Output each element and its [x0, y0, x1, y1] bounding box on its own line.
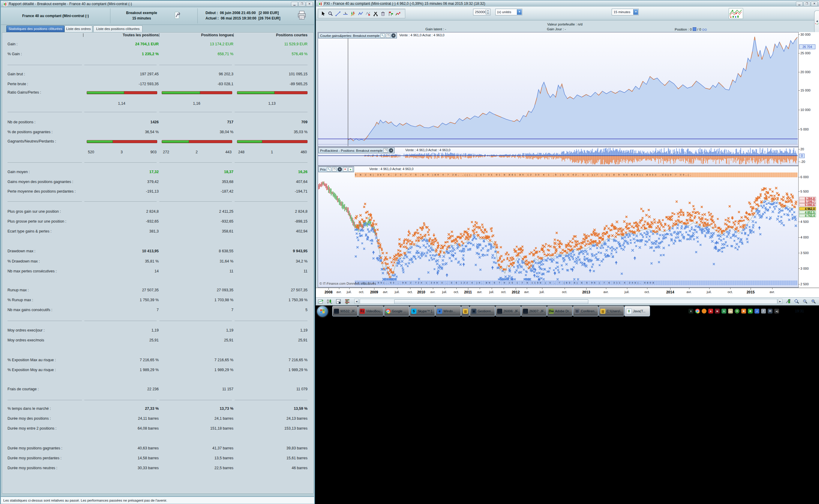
skype-icon: S	[411, 309, 416, 314]
close-icon[interactable]: ✕	[337, 167, 342, 172]
x-tick-label: avr.	[336, 290, 342, 294]
x-tick-label: 2015	[747, 290, 755, 294]
scrollbar-thumb[interactable]	[394, 299, 588, 304]
taskbar-button[interactable]: ▣Gestionn...	[470, 306, 495, 316]
price-level-label: 5 090,6	[799, 203, 816, 206]
right-monitor: PXI - France 40 au comptant (Mini-contra…	[316, 0, 819, 504]
print-button[interactable]	[297, 10, 306, 20]
taskbar-button[interactable]: ▆C:\Users\...	[599, 306, 624, 316]
x-tick	[504, 288, 504, 289]
taskbar-button[interactable]: JFD26007: JF...	[521, 306, 547, 316]
grid-green-tray-icon[interactable]: ▦	[748, 309, 753, 313]
report-status-bar: Les statistiques ci-dessus sont relative…	[1, 497, 314, 504]
y-axis[interactable]: 30 00025 00020 00015 00010 0005 00020-20…	[798, 32, 819, 288]
x-tick-label: juil.	[395, 290, 400, 294]
axis-tick-label: 5 000	[800, 127, 809, 131]
taskbar-button[interactable]: JFD26006: JF...	[496, 306, 521, 316]
axis-tick-label: 10 000	[800, 108, 811, 112]
start-button[interactable]	[317, 306, 328, 317]
zoom-fit-icon[interactable]	[793, 298, 801, 305]
positions-panel-tab[interactable]: ProBacktest - Positions: Breakout exempl…	[318, 148, 395, 153]
taskbar-button[interactable]: DwAdobe Dr...	[547, 306, 572, 316]
chart-window: PXI - France 40 au comptant (Mini-contra…	[316, 0, 819, 305]
minimize-button[interactable]: ▁	[291, 2, 298, 7]
restore-button[interactable]: ❐	[299, 2, 305, 7]
wrench-icon[interactable]: 🔧	[380, 33, 385, 38]
x-tick-label: juil.	[347, 290, 352, 294]
taskbar-button[interactable]: SSkype™ [...	[410, 306, 435, 316]
close-icon[interactable]: ✕	[391, 33, 396, 38]
x-axis[interactable]: 2008avr.juil.oct.2009avr.juil.oct.2010av…	[316, 288, 819, 297]
tab-liste-positions[interactable]: Liste des positions clôturées	[93, 25, 143, 32]
orange-ball-tray-icon[interactable]	[702, 309, 707, 313]
taskbar-button[interactable]: JFD90532: JF...	[332, 306, 358, 316]
speaker-tray-icon[interactable]: ◄)	[774, 309, 779, 313]
taskbar-clock[interactable]: 19:31	[795, 309, 804, 313]
restore-chart-icon[interactable]	[317, 298, 325, 305]
hp-tray-icon[interactable]: hp	[728, 309, 733, 313]
x-tick	[730, 288, 731, 289]
axis-tick-label: 30 000	[800, 33, 811, 36]
price-level-label: 4 743,4	[799, 214, 816, 217]
taskbar-button[interactable]: eWindo...	[436, 306, 461, 316]
x-tick	[542, 288, 542, 289]
mcafee-tray-icon[interactable]: M	[715, 309, 720, 313]
x-tick-label: oct.	[359, 290, 364, 294]
box-orange-tray-icon[interactable]: ▣	[741, 309, 746, 313]
x-tick-label: avr.	[524, 290, 529, 294]
sync-tray-icon[interactable]: S	[721, 309, 726, 313]
price-panel-tab[interactable]: Prix 🔧 ❐ ✕ ▼ ▲	[318, 167, 354, 172]
positions-current-value: 0	[799, 154, 805, 158]
sell-arrow-icon[interactable]: ▼	[343, 167, 347, 172]
scrollbar-track[interactable]	[360, 299, 777, 304]
x-tick	[516, 288, 516, 290]
wrench-icon[interactable]: 🔧	[327, 167, 331, 172]
equity-panel-tab[interactable]: Courbe gains&pertes: Breakout exemple 🔧 …	[318, 33, 397, 38]
detach-window-icon[interactable]: ❐	[383, 148, 388, 153]
taskbar-button[interactable]: Google ...	[384, 306, 409, 316]
ribbon-tray-icon[interactable]: ✿	[735, 309, 739, 313]
x-tick	[670, 288, 671, 290]
x-tick	[527, 288, 527, 289]
detach-window-icon[interactable]: ❐	[332, 167, 337, 172]
taskbar-button[interactable]: ▆	[461, 306, 469, 316]
candlestick-style-icon[interactable]	[325, 298, 333, 305]
chrome-tray-icon[interactable]	[695, 309, 700, 313]
strategy-settings-button[interactable]	[174, 11, 180, 19]
taskbar-button[interactable]: ▤Conféren...	[573, 306, 598, 316]
candle-tray-icon[interactable]: ‖	[689, 309, 693, 313]
acrobat-tray-icon[interactable]: A	[708, 309, 713, 313]
taskbar-button-label: VideoBou...	[366, 309, 382, 313]
java-icon: ‖	[626, 308, 632, 314]
close-button[interactable]: ✕	[306, 2, 313, 7]
folder-icon: ▆	[600, 309, 605, 314]
x-tick-label: avr.	[383, 290, 388, 294]
volume-bricks-icon[interactable]	[343, 298, 351, 305]
x-tick	[456, 288, 457, 289]
taskbar-button[interactable]: FzVideoBou...	[358, 306, 383, 316]
axis-tick-label: 20	[800, 147, 804, 151]
scroll-right-arrow[interactable]: ▶	[778, 299, 782, 304]
taskbar-button-label: Skype™ [...	[418, 309, 433, 313]
report-titlebar[interactable]: Rapport détaillé - Breakout exemple - Fr…	[1, 1, 314, 7]
axis-tick-label: 20 000	[800, 70, 811, 74]
taskbar-button[interactable]: ‖Java(T...	[625, 306, 650, 316]
zoom-out-icon[interactable]	[801, 298, 809, 305]
tab-statistiques[interactable]: Statistiques des positions clôturées	[6, 25, 65, 32]
zoom-in-icon[interactable]	[810, 298, 817, 305]
detach-window-icon[interactable]: ❐	[386, 33, 390, 38]
chart-settings-icon[interactable]	[785, 298, 792, 305]
x-tick	[410, 288, 410, 289]
close-icon[interactable]: ✕	[389, 148, 393, 153]
taskbar-button-label: Java(T...	[633, 309, 646, 313]
scroll-left-arrow[interactable]: ◀	[354, 299, 359, 304]
buy-arrow-icon[interactable]: ▲	[348, 167, 353, 172]
app-icon	[3, 2, 8, 7]
new-chart-icon[interactable]	[335, 298, 342, 305]
shield-tray-icon[interactable]: ✗	[761, 309, 766, 313]
x-tick	[565, 288, 565, 289]
display-tray-icon[interactable]: ⌧	[768, 309, 773, 313]
tab-liste-ordres[interactable]: Liste des ordres	[65, 25, 92, 32]
java-tray-icon[interactable]: J	[755, 309, 759, 313]
taskbar-button-label: 90532: JF...	[340, 309, 356, 313]
